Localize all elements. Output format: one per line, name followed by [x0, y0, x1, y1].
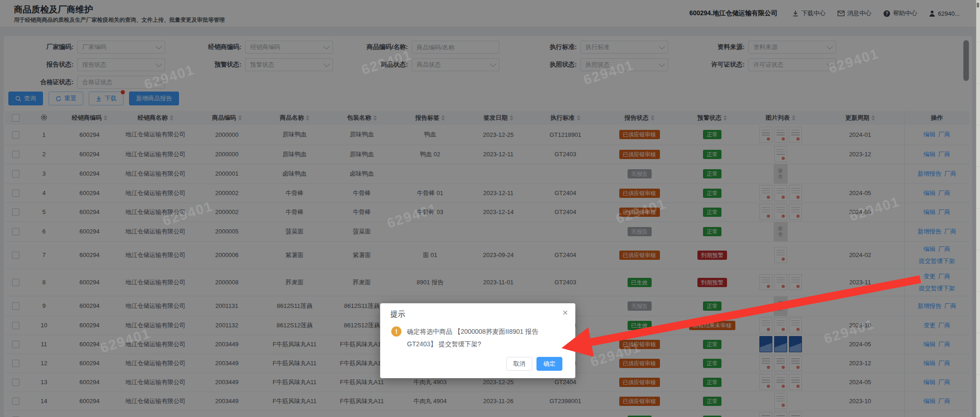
app: 商品质检及厂商维护 用于经销商商品的质检及生产厂家检疫相关的查询、文件上传、批量… [0, 0, 980, 417]
dialog-title: 提示 [390, 310, 405, 319]
warning-icon: ! [391, 326, 401, 337]
confirm-button[interactable]: 确定 [536, 357, 562, 371]
cancel-button[interactable]: 取消 [506, 357, 532, 371]
dialog-message: 确定将选中商品 【2000008荞麦面ⅠⅠ8901 报告 GT2403】 提交暂… [407, 325, 558, 350]
confirm-dialog: 提示 × ! 确定将选中商品 【2000008荞麦面ⅠⅠ8901 报告 GT24… [380, 303, 575, 378]
external-window-sliver [976, 0, 980, 417]
close-icon[interactable]: × [562, 308, 568, 317]
